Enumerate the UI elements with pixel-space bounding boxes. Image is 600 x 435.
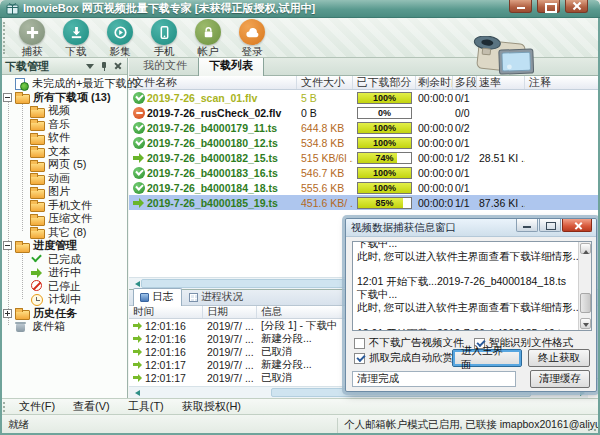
dialog-log-textarea[interactable]: 下载中... 此时, 您可以进入软件主界面查看下载详细情形... 12:01 开…	[352, 241, 592, 331]
folder-icon	[15, 307, 29, 319]
album-button[interactable]: 影集	[98, 18, 142, 58]
menu-tools[interactable]: 工具(T)	[119, 399, 173, 414]
log-arrow-icon	[133, 360, 143, 370]
tab-log[interactable]: 日志	[133, 288, 182, 306]
checkbox-unchecked-icon[interactable]	[354, 338, 365, 349]
scroll-down-icon[interactable]	[580, 318, 591, 329]
menu-view[interactable]: 查看(V)	[64, 399, 119, 414]
dialog-close-button[interactable]	[562, 219, 592, 232]
recent-downloads-icon	[14, 78, 28, 90]
progress-bar: 100%	[357, 137, 412, 149]
sidebar-download-manager: 下载管理 未完成的+最近下载的 所有下载项 (13) 视频 音乐 软件 文本 网…	[0, 58, 128, 398]
status-ok-icon	[133, 167, 145, 179]
table-row[interactable]: 2019-7-26_b4000184_18.ts 555.6 KB 100% 0…	[129, 180, 600, 195]
column-header-filename[interactable]: 文件名称	[129, 76, 297, 89]
sidebar-item-history-tasks[interactable]: 历史任务	[0, 307, 127, 321]
sidebar-item-music[interactable]: 音乐	[0, 118, 127, 132]
scroll-left-icon[interactable]	[129, 387, 141, 399]
toolbar-grip[interactable]	[3, 22, 6, 54]
table-row[interactable]: 2019-7-26_b4000179_11.ts 644.8 KB 100% 0…	[129, 120, 600, 135]
folder-icon	[30, 199, 44, 211]
capture-button[interactable]: 捕获	[10, 18, 54, 58]
enter-main-ui-button[interactable]: 进入主界面	[452, 349, 522, 367]
table-row[interactable]: 2019-7-26_rusCheck_02.flv 0 B 0% 0/0	[129, 105, 600, 120]
stop-capture-button[interactable]: 终止获取	[528, 349, 590, 367]
account-button[interactable]: 帐户	[186, 18, 230, 58]
sidebar-item-archives[interactable]: 压缩文件	[0, 212, 127, 226]
title-bar: ImovieBox 网页视频批量下载专家 [未获得正版授权,试用中]	[0, 0, 600, 18]
table-row[interactable]: 2019-7-26_b4000182_15.ts 515 KB/6l ... 7…	[129, 150, 600, 165]
minimize-button[interactable]	[509, 0, 532, 13]
folder-icon	[30, 105, 44, 117]
table-row[interactable]: 2019-7-26_b4000180_12.ts 534.8 KB 100% 0…	[129, 135, 600, 150]
close-panel-button[interactable]	[112, 60, 124, 72]
sidebar-item-video[interactable]: 视频	[0, 104, 127, 118]
dialog-vertical-scrollbar[interactable]	[578, 242, 591, 330]
checkbox-checked-icon[interactable]	[354, 353, 365, 364]
sidebar-item-software[interactable]: 软件	[0, 131, 127, 145]
sidebar-item-completed[interactable]: 已完成	[0, 253, 127, 267]
app-window: ImovieBox 网页视频批量下载专家 [未获得正版授权,试用中] 捕获 下载…	[0, 0, 600, 435]
column-header-note[interactable]: 注释	[525, 76, 600, 89]
status-stopped-icon	[133, 107, 145, 119]
cloud-icon	[239, 19, 265, 45]
status-ok-icon	[133, 182, 145, 194]
expand-expander[interactable]	[3, 309, 12, 318]
column-header-segments[interactable]: 多段	[453, 76, 477, 89]
dropdown-arrow-button[interactable]	[84, 60, 96, 72]
download-button[interactable]: 下载	[54, 18, 98, 58]
tab-process-status[interactable]: 进程状况	[182, 288, 252, 305]
log-column-time[interactable]: 时间	[129, 306, 203, 318]
window-title: ImovieBox 网页视频批量下载专家 [未获得正版授权,试用中]	[23, 1, 315, 16]
smartphone-icon	[151, 19, 177, 45]
column-header-remaining[interactable]: 剩余时间	[416, 76, 453, 89]
lock-icon	[195, 19, 221, 45]
dialog-minimize-button[interactable]	[516, 219, 538, 232]
menu-get-license[interactable]: 获取授权(H)	[173, 399, 250, 414]
column-header-downloaded[interactable]: 已下载部分	[353, 76, 416, 89]
phone-button[interactable]: 手机	[142, 18, 186, 58]
sidebar-item-progress-manager[interactable]: 进度管理	[0, 239, 127, 253]
close-button[interactable]	[565, 0, 588, 13]
collapse-expander[interactable]	[3, 93, 12, 102]
table-row[interactable]: 2019-7-26_scan_01.flv 5 B 100% 00:00:00 …	[129, 90, 600, 105]
login-button[interactable]: 登录	[230, 18, 274, 58]
app-logo-icon	[6, 2, 19, 15]
collapse-expander[interactable]	[3, 241, 12, 250]
scrollbar-thumb[interactable]	[580, 293, 591, 313]
sidebar-item-scheduled[interactable]: 计划中	[0, 293, 127, 307]
sidebar-item-webpage[interactable]: 网页 (5)	[0, 158, 127, 172]
sidebar-item-in-progress[interactable]: 进行中	[0, 266, 127, 280]
maximize-button[interactable]	[537, 0, 560, 13]
log-column-date[interactable]: 日期	[203, 306, 257, 318]
sidebar-item-recycle-bin[interactable]: 废件箱	[0, 320, 127, 334]
dialog-maximize-button[interactable]	[539, 219, 561, 232]
menu-file[interactable]: 文件(F)	[10, 399, 64, 414]
capture-info-dialog: 视频数据捕获信息窗口 下载中... 此时, 您可以进入软件主界面查看下载详细情形…	[345, 218, 597, 392]
progress-bar: 85%	[357, 197, 412, 209]
status-info: 个人邮箱帐户模式已启用, 已联接 imapbox20161@aliyun.com…	[338, 418, 600, 432]
column-header-rate[interactable]: 速率	[477, 76, 525, 89]
resize-grip[interactable]	[586, 421, 598, 433]
column-header-filesize[interactable]: 文件大小	[297, 76, 353, 89]
sidebar-item-others[interactable]: 其它 (8)	[0, 226, 127, 240]
pin-button[interactable]	[98, 60, 110, 72]
sidebar-item-pictures[interactable]: 图片	[0, 185, 127, 199]
progress-bar: 74%	[357, 152, 412, 164]
progress-bar: 100%	[357, 167, 412, 179]
sidebar-item-stopped[interactable]: 已停止	[0, 280, 127, 294]
checkbox-no-ads[interactable]: 不下载广告视频文件	[354, 336, 464, 350]
checkbox-auto-play[interactable]: 抓取完成自动欣赏	[354, 351, 453, 365]
sidebar-item-all-downloads[interactable]: 所有下载项 (13)	[0, 91, 127, 105]
folder-icon	[30, 159, 44, 171]
camcorder-illustration	[452, 36, 548, 76]
window-border	[0, 16, 2, 435]
clean-cache-button[interactable]: 清理缓存	[530, 370, 590, 388]
table-row-selected[interactable]: 2019-7-26_b4000185_19.ts 451.6 KB/ ... 8…	[129, 195, 600, 210]
sidebar-item-recent[interactable]: 未完成的+最近下载的	[0, 77, 127, 91]
table-row[interactable]: 2019-7-26_b4000183_16.ts 546.7 KB 100% 0…	[129, 165, 600, 180]
sidebar-item-phone-files[interactable]: 手机文件	[0, 199, 127, 213]
sidebar-item-animation[interactable]: 动画	[0, 172, 127, 186]
sidebar-item-text[interactable]: 文本	[0, 145, 127, 159]
scroll-up-icon[interactable]	[580, 243, 591, 254]
